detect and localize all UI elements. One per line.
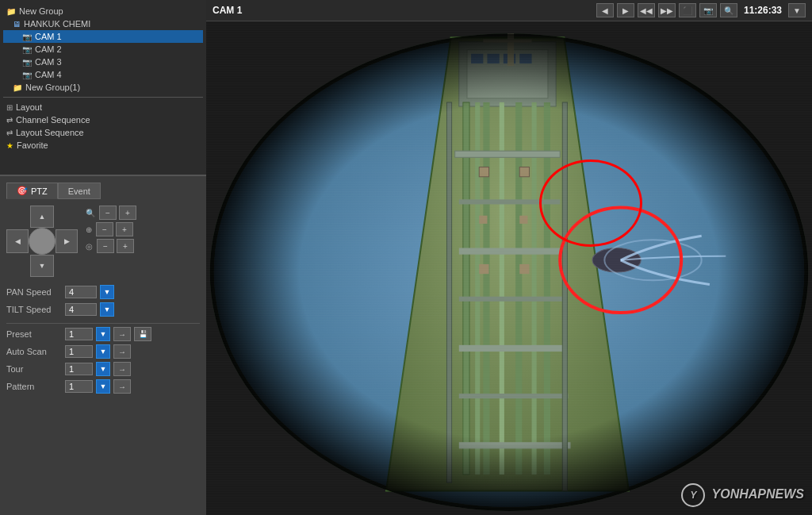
pan-speed-row: PAN Speed ▼ (6, 285, 200, 299)
preset-go-button[interactable]: → (113, 327, 131, 341)
pattern-go-button[interactable]: → (113, 379, 131, 394)
zoom-controls: 🔍 − + ⊕ − + ◎ − + (86, 206, 136, 277)
iris-minus-button[interactable]: − (97, 239, 114, 253)
camera-icon: 📷 (22, 33, 32, 41)
sidebar-item-cam2[interactable]: 📷 CAM 2 (3, 43, 203, 56)
sequence-icon: ⇄ (6, 116, 13, 125)
dpad-down-button[interactable]: ▼ (30, 255, 54, 277)
video-scene (206, 21, 812, 515)
preset-row: Preset ▼ → 💾 (6, 327, 200, 341)
zoom-minus-button[interactable]: − (99, 206, 117, 220)
video-header: CAM 1 ◀ ▶ ◀◀ ▶▶ ⬛ 📷 🔍 11:26:33 ▼ (206, 0, 812, 21)
sidebar-item-label: New Group(1) (25, 83, 80, 92)
sidebar-item-label: CAM 2 (35, 44, 62, 54)
sidebar-item-label: HANKUK CHEMI (24, 19, 90, 29)
directional-pad: ▲ ▼ ◀ ▶ (6, 206, 78, 277)
pattern-row: Pattern ▼ → (6, 379, 200, 394)
iris-icon: ◎ (86, 242, 93, 251)
sidebar-item-layout-seq[interactable]: ⇄ Layout Sequence (3, 126, 203, 139)
sidebar-item-label: Layout (16, 102, 42, 112)
svg-rect-39 (206, 21, 812, 515)
iris-plus-button[interactable]: + (117, 239, 134, 253)
toolbar-btn-prev-fast[interactable]: ◀◀ (638, 3, 655, 17)
pan-speed-dropdown[interactable]: ▼ (100, 285, 114, 299)
tilt-speed-input[interactable] (65, 303, 97, 316)
camera-icon: 📷 (22, 58, 32, 67)
sidebar-item-layout[interactable]: ⊞ Layout (3, 101, 203, 113)
tour-dropdown[interactable]: ▼ (96, 362, 110, 376)
dpad-center-button[interactable] (29, 228, 56, 255)
tour-go-button[interactable]: → (113, 362, 131, 376)
folder-icon: 📁 (13, 83, 22, 92)
sidebar-item-channel-seq[interactable]: ⇄ Channel Sequence (3, 113, 203, 126)
toolbar-btn-zoom[interactable]: 🔍 (720, 3, 737, 17)
cam-label: CAM 1 (213, 5, 242, 16)
toolbar-btn-next[interactable]: ▶ (617, 3, 634, 17)
preset-label: Preset (6, 329, 62, 339)
dpad-up-button[interactable]: ▲ (30, 206, 54, 228)
sidebar-item-new-group[interactable]: 📁 New Group (3, 5, 203, 17)
tour-label: Tour (6, 364, 62, 374)
toolbar-btn-next-fast[interactable]: ▶▶ (658, 3, 676, 17)
autoscan-input[interactable] (65, 345, 93, 358)
ptz-controls-row: ▲ ▼ ◀ ▶ 🔍 − + ⊕ − + ◎ (6, 206, 200, 277)
tab-ptz[interactable]: 🎯 PTZ (6, 183, 58, 199)
sidebar-item-new-group-1[interactable]: 📁 New Group(1) (3, 81, 203, 94)
preset-section: Preset ▼ → 💾 Auto Scan ▼ → Tour ▼ → (6, 327, 200, 394)
video-container[interactable]: Y YONHAPNEWS (206, 21, 812, 515)
timestamp: 11:26:33 (744, 5, 782, 16)
zoom-plus-button[interactable]: + (119, 206, 136, 220)
toolbar-btn-prev[interactable]: ◀ (596, 3, 614, 17)
focus-minus-button[interactable]: − (96, 222, 113, 236)
dropdown-btn[interactable]: ▼ (788, 3, 806, 17)
ptz-tab-label: PTZ (31, 186, 48, 196)
folder-icon: 📁 (6, 7, 16, 16)
tilt-speed-row: TILT Speed ▼ (6, 302, 200, 317)
sidebar-item-label: Channel Sequence (16, 115, 90, 125)
sidebar-item-label: New Group (19, 6, 63, 16)
dpad-right-button[interactable]: ▶ (56, 229, 78, 253)
autoscan-go-button[interactable]: → (113, 344, 131, 359)
pattern-input[interactable] (65, 380, 93, 393)
focus-icon: ⊕ (86, 225, 92, 234)
tree-panel: 📁 New Group 🖥 HANKUK CHEMI 📷 CAM 1 📷 CAM… (0, 0, 206, 175)
sidebar-item-cam1[interactable]: 📷 CAM 1 (3, 30, 203, 43)
autoscan-dropdown[interactable]: ▼ (96, 344, 110, 359)
sidebar-item-cam4[interactable]: 📷 CAM 4 (3, 68, 203, 81)
main-video-area: CAM 1 ◀ ▶ ◀◀ ▶▶ ⬛ 📷 🔍 11:26:33 ▼ (206, 0, 812, 515)
toolbar-btn-snapshot[interactable]: 📷 (699, 3, 717, 17)
dpad-left-button[interactable]: ◀ (6, 229, 29, 253)
sidebar-item-label: CAM 3 (35, 57, 62, 67)
preset-save-button[interactable]: 💾 (134, 327, 151, 341)
tour-row: Tour ▼ → (6, 362, 200, 376)
speed-controls: PAN Speed ▼ TILT Speed ▼ (6, 285, 200, 317)
pan-speed-input[interactable] (65, 286, 97, 298)
focus-row: ⊕ − + (86, 222, 136, 236)
layout-icon: ⊞ (6, 103, 13, 112)
sidebar-item-label: CAM 4 (35, 70, 62, 79)
monitor-icon: 🖥 (13, 20, 21, 29)
sidebar-item-label: CAM 1 (35, 32, 62, 41)
sidebar-item-cam3[interactable]: 📷 CAM 3 (3, 56, 203, 68)
watermark: Y YONHAPNEWS (681, 483, 804, 507)
tour-input[interactable] (65, 363, 93, 375)
sidebar-item-hankuk-chemi[interactable]: 🖥 HANKUK CHEMI (3, 17, 203, 30)
preset-dropdown[interactable]: ▼ (96, 327, 110, 341)
tab-event[interactable]: Event (58, 183, 101, 199)
sidebar-item-label: Layout Sequence (16, 128, 84, 137)
pattern-label: Pattern (6, 382, 62, 391)
toolbar-icons: ◀ ▶ ◀◀ ▶▶ ⬛ 📷 🔍 (596, 3, 737, 17)
sequence-icon: ⇄ (6, 129, 13, 137)
toolbar-btn-stop[interactable]: ⬛ (679, 3, 696, 17)
focus-plus-button[interactable]: + (116, 222, 133, 236)
sidebar: 📁 New Group 🖥 HANKUK CHEMI 📷 CAM 1 📷 CAM… (0, 0, 206, 515)
pattern-dropdown[interactable]: ▼ (96, 379, 110, 394)
pan-speed-label: PAN Speed (6, 287, 62, 297)
preset-input[interactable] (65, 328, 93, 340)
tilt-speed-dropdown[interactable]: ▼ (100, 302, 114, 317)
autoscan-label: Auto Scan (6, 347, 62, 356)
ptz-icon: 🎯 (17, 186, 28, 196)
header-right: ◀ ▶ ◀◀ ▶▶ ⬛ 📷 🔍 11:26:33 ▼ (596, 3, 806, 17)
sidebar-item-favorite[interactable]: ★ Favorite (3, 139, 203, 152)
zoom-row: 🔍 − + (86, 206, 136, 220)
